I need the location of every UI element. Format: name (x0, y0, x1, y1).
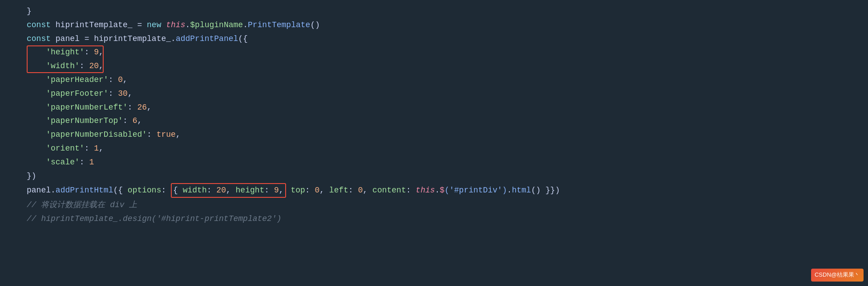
token: true (157, 128, 176, 141)
token: : (128, 101, 137, 114)
token: 30 (118, 87, 128, 100)
token: , (226, 186, 236, 195)
token: : (264, 186, 274, 195)
token: . (243, 19, 248, 32)
token: // hiprintTemplate_.design('#hiprint-pri… (27, 212, 282, 225)
token: } (27, 5, 32, 18)
code-line-9: 'paperNumberTop': 6, (27, 114, 868, 128)
token: , (363, 184, 372, 197)
token: PrintTemplate (248, 19, 310, 32)
token (27, 101, 46, 114)
token (27, 46, 46, 59)
token: // 将设计数据挂载在 div 上 (27, 199, 137, 212)
token (27, 114, 46, 127)
code-line-14: panel.addPrintHtml({ options: { width: 2… (27, 183, 868, 198)
token (27, 128, 46, 141)
token: 0 (358, 184, 363, 197)
token: : (109, 74, 118, 86)
token: : (161, 184, 171, 197)
code-line-4: 'height': 9, (27, 45, 104, 59)
token: this (416, 184, 435, 197)
code-line-3: const panel = hiprintTemplate_.addPrintP… (27, 32, 868, 46)
token: hiprintTemplate_ (94, 33, 171, 45)
code-line-8: 'paperNumberLeft': 26, (27, 101, 868, 114)
token: , (279, 186, 284, 195)
token: : (207, 186, 217, 195)
token (286, 184, 291, 197)
token: top (291, 184, 305, 197)
token: $pluginName (190, 19, 243, 32)
token: 9 (274, 186, 279, 195)
code-line-1: } (27, 4, 868, 18)
token: 0 (315, 184, 319, 197)
token (27, 74, 46, 86)
token: , (123, 74, 128, 86)
token: panel (27, 184, 51, 197)
token: 'scale' (46, 156, 80, 169)
token: 1 (89, 156, 94, 169)
token: left (329, 184, 348, 197)
token: 'paperNumberLeft' (46, 101, 128, 114)
token (27, 156, 46, 169)
token: = (133, 19, 147, 32)
code-line-12: 'scale': 1 (27, 155, 868, 169)
watermark: CSDN@桔果果丶 (811, 269, 864, 282)
token: 'paperFooter' (46, 87, 108, 100)
token: () }}) (531, 184, 560, 197)
token: { (173, 186, 183, 195)
token: 'paperHeader' (46, 74, 108, 86)
token (27, 142, 46, 155)
code-line-6: 'paperHeader': 0, (27, 73, 868, 87)
token: 'height' (46, 46, 84, 59)
token: 20 (216, 186, 226, 195)
token: width (183, 186, 207, 195)
code-line-16: // hiprintTemplate_.design('#hiprint-pri… (27, 212, 868, 226)
token: : (80, 156, 89, 169)
token: addPrintPanel (176, 33, 238, 45)
token: : (147, 128, 157, 141)
token: html (512, 184, 531, 197)
token: 'width' (46, 60, 80, 73)
token: this (166, 19, 185, 32)
token: 0 (118, 74, 123, 86)
token: , (176, 128, 181, 141)
token: : (109, 87, 118, 100)
token: , (319, 184, 329, 197)
token: : (80, 60, 89, 73)
token: }) (27, 170, 36, 183)
token: () (310, 19, 320, 32)
token: , (128, 87, 133, 100)
token: ('#printDiv') (444, 184, 507, 197)
token: : (406, 184, 416, 197)
token: $ (440, 184, 444, 197)
token: . (185, 19, 190, 32)
token: . (51, 184, 56, 197)
token: . (171, 33, 176, 45)
token: ({ (113, 184, 127, 197)
token: 6 (133, 114, 137, 127)
token: 'orient' (46, 142, 84, 155)
code-line-11: 'orient': 1, (27, 142, 868, 155)
token: . (507, 184, 512, 197)
token: ({ (238, 33, 248, 45)
code-line-15: // 将设计数据挂载在 div 上 (27, 198, 868, 212)
token: : (85, 46, 94, 59)
token: 26 (137, 101, 147, 114)
code-line-7: 'paperFooter': 30, (27, 87, 868, 101)
token: 9 (94, 46, 99, 59)
token: : (348, 184, 358, 197)
token: const (27, 19, 56, 32)
code-line-5: 'width': 20, (27, 59, 104, 73)
code-line-10: 'paperNumberDisabled': true, (27, 128, 868, 142)
token: . (435, 184, 440, 197)
token: options (128, 184, 161, 197)
token: hiprintTemplate_ (56, 19, 133, 32)
token: , (99, 142, 104, 155)
token: 1 (94, 142, 99, 155)
token: , (137, 114, 142, 127)
token: = (80, 33, 94, 45)
token (27, 87, 46, 100)
token: , (99, 60, 104, 73)
token: 'paperNumberDisabled' (46, 128, 147, 141)
token: , (147, 101, 152, 114)
